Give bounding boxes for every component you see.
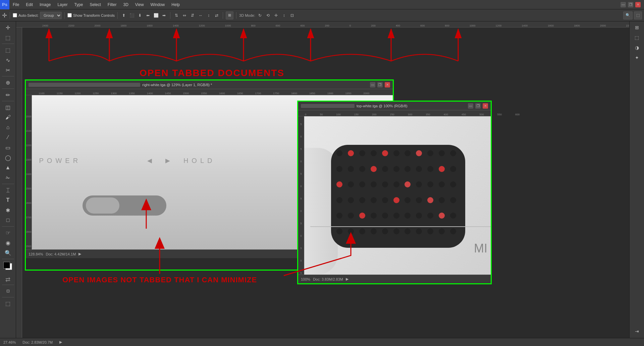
ipod-hold-text: HOLD <box>183 157 216 165</box>
horizontal-ruler: 2400 2200 2000 1800 1600 1400 1200 1000 … <box>16 21 629 27</box>
artboard-tool-button[interactable]: ⬚ <box>2 33 14 42</box>
zoom-tool-button[interactable]: 🔍 <box>2 248 14 257</box>
tool-separator <box>2 44 14 44</box>
lasso-tool-button[interactable]: ∿ <box>2 55 14 65</box>
auto-align-button[interactable]: ⊞ <box>226 11 233 19</box>
clone-stamp-button[interactable]: ⌂ <box>2 123 14 132</box>
menu-edit[interactable]: Edit <box>22 0 36 9</box>
ipod-power-text: POWER <box>39 157 82 165</box>
workspace-button[interactable]: ⬚ <box>634 11 642 19</box>
float-doc-1-minimize-button[interactable]: — <box>370 82 375 88</box>
distribute-right-button[interactable]: ⇄ <box>213 12 220 19</box>
transform-controls-label: Show Transform Controls <box>67 13 115 17</box>
menu-layer[interactable]: Layer <box>54 0 71 9</box>
adjustments-panel-button[interactable]: ◑ <box>631 43 643 52</box>
quick-select-button[interactable]: ✂ <box>2 65 14 75</box>
menu-view[interactable]: View <box>132 0 147 9</box>
float-doc-2-maximize-button[interactable]: ❐ <box>475 103 481 109</box>
dodge-tool-button[interactable]: ✁ <box>2 173 14 182</box>
float-doc-1-expand-icon[interactable]: ▶ <box>78 252 81 256</box>
rotate-view-button[interactable]: ◉ <box>2 238 14 247</box>
eyedropper-tool-button[interactable]: ✏ <box>2 90 14 100</box>
distribute-left-button[interactable]: ↔ <box>197 12 204 19</box>
move-tool-button[interactable]: ✛ <box>2 23 14 32</box>
3d-slide-button[interactable]: ↕ <box>281 12 287 19</box>
status-expand-icon[interactable]: ▶ <box>59 340 62 344</box>
quick-mask-button[interactable]: ⊡ <box>2 286 14 296</box>
toolbar-separator-4 <box>170 12 170 19</box>
3d-roll-button[interactable]: ⟲ <box>265 12 271 19</box>
menu-select[interactable]: Select <box>86 0 104 9</box>
restore-app-button[interactable]: ❐ <box>628 2 633 7</box>
healing-brush-button[interactable]: ◫ <box>2 103 14 112</box>
toolbar-separator-6 <box>236 12 236 19</box>
float-document-top-white[interactable]: top-white.tga @ 100% (RGB/8) — ❐ ✕ 0 50 … <box>297 101 492 284</box>
align-top-edges-button[interactable]: ⬆ <box>120 12 127 19</box>
float-doc-2-expand-icon[interactable]: ▶ <box>346 277 348 281</box>
auto-select-checkbox[interactable] <box>13 13 17 17</box>
align-vertical-centers-button[interactable]: ⬛ <box>128 12 135 19</box>
brush-tool-button[interactable]: 🖌 <box>2 113 14 122</box>
tool-separator-4 <box>2 101 14 101</box>
align-left-edges-button[interactable]: ⬅ <box>145 12 151 19</box>
distribute-bottom-button[interactable]: ⇵ <box>189 12 196 19</box>
align-horizontal-centers-button[interactable]: ⬜ <box>153 12 159 19</box>
hand-tool-button[interactable]: ☞ <box>2 228 14 237</box>
transform-controls-checkbox[interactable] <box>67 13 72 17</box>
3d-rotate-button[interactable]: ↻ <box>257 12 263 19</box>
menu-window[interactable]: Window <box>147 0 168 9</box>
float-doc-2-statusbar: 100% Doc: 3.83M/2.83M ▶ <box>298 275 491 283</box>
eraser-tool-button[interactable]: ▭ <box>2 143 14 152</box>
minimize-app-button[interactable]: — <box>621 2 626 7</box>
float-doc-1-close-button[interactable]: ✕ <box>385 82 390 88</box>
history-panel-button[interactable]: ⊞ <box>631 23 643 32</box>
menu-help[interactable]: Help <box>168 0 183 9</box>
menu-file[interactable]: File <box>9 0 22 9</box>
shape-tool-button[interactable]: □ <box>2 216 14 225</box>
float-doc-2-close-button[interactable]: ✕ <box>483 103 488 109</box>
tool-separator-6 <box>2 226 14 227</box>
float-doc-1-zoom: 128.84% <box>29 252 43 256</box>
layers-panel-button[interactable]: ⬚ <box>631 33 643 42</box>
gradient-tool-button[interactable]: ◯ <box>2 153 14 162</box>
screen-mode-button[interactable]: ⬚ <box>2 299 14 308</box>
3d-scale-button[interactable]: ⊡ <box>289 12 296 19</box>
foreground-color-swatch[interactable] <box>3 262 10 269</box>
menu-filter[interactable]: Filter <box>104 0 120 9</box>
panel-collapse-button[interactable]: ⇥ <box>631 327 643 336</box>
distribute-vcenter-button[interactable]: ⇔ <box>181 12 188 19</box>
blur-tool-button[interactable]: ▲ <box>2 163 14 172</box>
close-app-button[interactable]: ✕ <box>635 2 641 7</box>
float-doc-1-titlebar[interactable]: right-white.tga @ 129% (Layer 1, RGB/8) … <box>26 80 393 89</box>
float-doc-2-minimize-button[interactable]: — <box>468 103 473 109</box>
marquee-tool-button[interactable]: ⬚ <box>2 45 14 55</box>
menu-image[interactable]: Image <box>36 0 54 9</box>
float-doc-2-titlebar[interactable]: top-white.tga @ 100% (RGB/8) — ❐ ✕ <box>298 102 491 110</box>
3d-mode-label: 3D Mode: <box>239 13 255 17</box>
3d-pan-button[interactable]: ✛ <box>273 12 279 19</box>
path-select-button[interactable]: ✱ <box>2 206 14 215</box>
float-doc-1-maximize-button[interactable]: ❐ <box>377 82 383 88</box>
search-button[interactable]: 🔍 <box>623 11 633 19</box>
ipod-arrow-left: ◀ <box>147 157 152 164</box>
history-brush-button[interactable]: ∕ <box>2 133 14 142</box>
switch-colors-icon[interactable]: ⇄ <box>5 276 10 283</box>
left-tool-panel: ✛ ⬚ ⬚ ∿ ✂ ⊕ ✏ ◫ 🖌 ⌂ ∕ ▭ ◯ ▲ ✁ ⌶ T ✱ □ ☞ … <box>0 21 16 338</box>
align-bottom-edges-button[interactable]: ⬇ <box>137 12 143 19</box>
type-tool-button[interactable]: T <box>2 195 14 205</box>
styles-panel-button[interactable]: ✦ <box>631 53 643 62</box>
align-right-edges-button[interactable]: ➡ <box>161 12 167 19</box>
distribute-top-button[interactable]: ⇅ <box>173 12 180 19</box>
canvas-area: 2400 2200 2000 1800 1600 1400 1200 1000 … <box>16 21 629 338</box>
ps-logo: Ps <box>0 0 9 9</box>
tool-separator-7 <box>2 259 14 259</box>
menu-3d[interactable]: 3D <box>120 0 131 9</box>
auto-select-dropdown[interactable]: Group Layer <box>40 12 62 19</box>
float-doc-2-zoom: 100% <box>301 277 310 281</box>
menu-type[interactable]: Type <box>71 0 86 9</box>
crop-tool-button[interactable]: ⊕ <box>2 78 14 87</box>
pen-tool-button[interactable]: ⌶ <box>2 185 14 195</box>
tool-separator-9 <box>2 297 14 297</box>
float-doc-2-title-text: top-white.tga @ 100% (RGB/8) <box>357 104 410 108</box>
distribute-hcenter-button[interactable]: ↕ <box>205 12 212 19</box>
